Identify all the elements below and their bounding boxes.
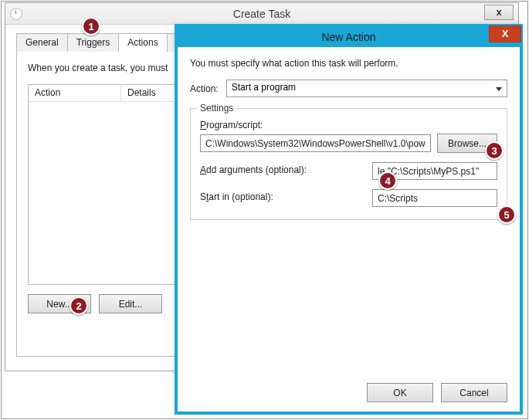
annotation-2: 2 — [70, 296, 88, 315]
settings-group-title: Settings — [197, 103, 236, 113]
tab-triggers[interactable]: Triggers — [67, 33, 120, 52]
program-input[interactable] — [200, 134, 431, 152]
new-action-window: New Action X You must specify what actio… — [175, 24, 523, 415]
annotation-1: 1 — [82, 17, 100, 36]
close-button[interactable]: X — [489, 25, 521, 42]
ok-button[interactable]: OK — [367, 383, 433, 402]
action-select[interactable]: Start a program — [226, 80, 507, 97]
startin-label: Start in (optional): — [200, 191, 273, 202]
new-action-title: New Action — [178, 31, 520, 43]
edit-button[interactable]: Edit... — [99, 294, 162, 313]
tab-general[interactable]: General — [16, 33, 68, 52]
col-action[interactable]: Action — [29, 85, 121, 101]
annotation-3: 3 — [485, 141, 504, 160]
annotation-5: 5 — [497, 205, 516, 224]
startin-input[interactable] — [372, 189, 497, 207]
annotation-4: 4 — [378, 171, 397, 190]
close-button[interactable]: x — [484, 5, 514, 20]
action-label: Action: — [190, 83, 219, 94]
action-select-value: Start a program — [232, 82, 296, 93]
instruction-text: You must specify what action this task w… — [190, 58, 507, 69]
create-task-title: Create Task — [5, 8, 518, 20]
cancel-button[interactable]: Cancel — [441, 383, 507, 402]
settings-group: Settings Program/script: Browse... Add a… — [190, 108, 507, 220]
tab-actions[interactable]: Actions — [118, 33, 167, 52]
program-label: Program/script: — [200, 120, 497, 130]
arguments-label: Add arguments (optional): — [200, 164, 307, 175]
new-action-titlebar: New Action X — [178, 27, 520, 47]
